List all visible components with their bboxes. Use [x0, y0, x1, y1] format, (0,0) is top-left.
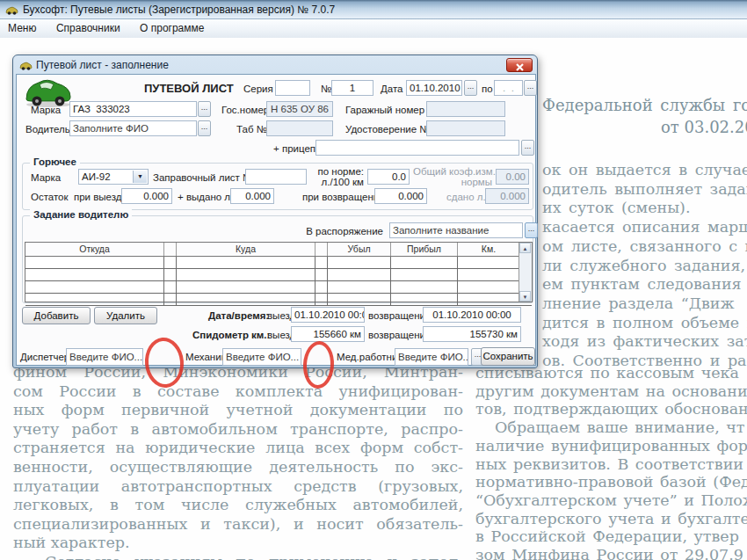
table-row[interactable]: [25, 281, 532, 294]
datetime-label: Дата/время:: [208, 310, 269, 321]
menu-item-o-programme[interactable]: О программе: [132, 19, 212, 37]
vydano-label: + выдано л.: [178, 192, 233, 202]
document-text-line: тов, подтверждающих обоснован: [475, 400, 747, 418]
date-picker-button[interactable]: ...: [464, 80, 477, 96]
driver-task-group-label: Задание водителю: [30, 209, 132, 220]
mechanic-input[interactable]: Введите ФИО...: [222, 348, 301, 366]
document-text-line: ем пунктам следования а: [542, 275, 747, 295]
menu-item-spravochniki[interactable]: Справочники: [48, 19, 128, 37]
rasp-label: В распоряжение: [302, 226, 383, 236]
column-header-kuda: Куда: [177, 243, 315, 256]
document-line-date: от 03.02.20: [661, 118, 747, 136]
table-row[interactable]: [25, 294, 532, 306]
rasp-input[interactable]: Заполните название: [389, 222, 523, 238]
speedometer-return-label: возвращение: [368, 330, 431, 340]
menu-item-menu[interactable]: Меню: [0, 19, 44, 37]
document-text-line: Обращаем ваше внимание, чт: [475, 418, 747, 437]
vydano-input[interactable]: 0.000: [230, 188, 274, 204]
document-right-column-fragments: ок он выдается в случаеодитель выполняет…: [542, 161, 747, 371]
pricep-label: + прицеп: [273, 143, 315, 154]
document-text-line: их суток (смены).: [542, 199, 747, 218]
document-text-line: ных форм первичной учетной документации …: [13, 401, 463, 420]
ostatok-input[interactable]: 0.000: [121, 188, 172, 204]
column-header-otkuda: Откуда: [25, 243, 164, 256]
vozvr-label: при возвращении: [302, 192, 385, 202]
datetime-out-input[interactable]: 01.10.2010 00:00: [291, 307, 365, 323]
norm-label-2: л./100 км: [311, 177, 364, 187]
po-date-picker-button[interactable]: ...: [524, 80, 537, 96]
dialog-client-area: ПУТЕВОЙ ЛИСТ Серия № 1 Дата 01.10.2010 .…: [16, 74, 536, 366]
marka-label: Марка: [31, 105, 61, 115]
udost-input[interactable]: [426, 120, 505, 136]
save-button[interactable]: Сохранить: [481, 347, 535, 366]
speedometer-out-input[interactable]: 155660 км: [291, 326, 365, 342]
dialog-car-icon: [19, 59, 33, 75]
po-label: по: [482, 84, 493, 94]
document-text-line: ных реквизитов. В соответствии: [475, 455, 747, 474]
mechanic-label: Механик: [185, 352, 226, 362]
document-text-line: ходя из фактических затр: [542, 332, 747, 352]
document-text-line: “Обухгалтерском учете” и Полож: [475, 491, 747, 510]
driver-input[interactable]: Заполните ФИО: [69, 120, 197, 136]
gosnomer-input[interactable]: Н 635 ОУ 86: [266, 101, 333, 117]
med-worker-input[interactable]: Введите ФИО...: [395, 348, 468, 366]
menu-bar: Меню Справочники О программе: [0, 19, 747, 39]
table-scrollbar[interactable]: ▲ ▼: [519, 243, 532, 302]
table-row[interactable]: [25, 269, 532, 281]
vozvr-input[interactable]: 0.000: [374, 188, 427, 204]
seriya-input[interactable]: [275, 80, 310, 96]
po-date-input[interactable]: . .: [494, 80, 523, 96]
document-text-line: ный характер.: [13, 534, 463, 553]
document-text-line: ом листе, связанного с вы: [542, 237, 747, 257]
column-header-sep: [315, 243, 328, 256]
app-car-icon: [5, 4, 18, 19]
speedometer-label: Спидометр км.:: [192, 330, 270, 340]
app-titlebar: Бухсофт: Путевые листы (Зарегистрированн…: [0, 0, 747, 19]
document-text-line: ли служебного задания, т: [542, 257, 747, 276]
datetime-back-input[interactable]: 01.10.2010 00:00: [423, 307, 521, 323]
column-header-pribyl: Прибыл: [391, 243, 458, 256]
tab-label: Таб №: [236, 124, 267, 135]
fuel-group: Горючее Марка АИ-92▼ Заправочный лист № …: [22, 163, 533, 210]
fuel-type-select[interactable]: АИ-92▼: [78, 169, 149, 185]
num-label: №: [321, 84, 331, 94]
pricep-input[interactable]: [315, 140, 519, 156]
delete-button[interactable]: Удалить: [94, 307, 157, 324]
document-text-line: зом Минфина России от 29.07.9: [475, 546, 747, 560]
date-input[interactable]: 01.10.2010: [406, 80, 462, 96]
scroll-up-icon[interactable]: ▲: [519, 243, 531, 253]
document-text-line: лнение раздела “Движ: [542, 295, 747, 314]
marka-lookup-button[interactable]: ...: [198, 101, 211, 117]
dispatcher-input[interactable]: Введите ФИО...: [66, 348, 143, 366]
koef-input: 0.00: [496, 169, 529, 185]
document-text-line: одитель выполняет задан: [542, 180, 747, 200]
marka-input[interactable]: ГАЗ 333023: [69, 101, 197, 117]
zapr-input[interactable]: [245, 169, 307, 185]
document-text-line: плуатации автотранспортных средств (груз…: [13, 477, 463, 497]
document-text-line: ок он выдается в случае: [542, 161, 747, 180]
num-input[interactable]: 1: [331, 80, 374, 96]
tab-input[interactable]: [266, 120, 333, 136]
add-button[interactable]: Добавить: [22, 307, 91, 324]
document-text-line: дится в полном объеме и: [542, 314, 747, 333]
date-label: Дата: [381, 84, 403, 94]
document-text-line: в Российской Федерации, утвер: [475, 527, 747, 546]
close-button[interactable]: [506, 58, 533, 72]
fuel-group-label: Горючее: [30, 156, 80, 167]
rasp-lookup-button[interactable]: ...: [525, 222, 538, 238]
pricep-lookup-button[interactable]: ...: [521, 140, 534, 156]
garage-input[interactable]: [426, 101, 505, 117]
document-text-line: легковых, в том числе служебных автомоби…: [13, 496, 463, 515]
norm-label-1: по норме:: [311, 166, 364, 177]
scroll-down-icon[interactable]: ▼: [519, 291, 531, 302]
norm-input[interactable]: 0.0: [367, 169, 410, 185]
table-row[interactable]: [25, 257, 532, 269]
document-text-line: другим документам на основани: [475, 382, 747, 401]
fuel-marka-label: Марка: [31, 172, 61, 183]
chevron-down-icon[interactable]: ▼: [133, 171, 147, 183]
document-text-line: учету работ в автомобильном транспорте, …: [13, 420, 463, 440]
driver-lookup-button[interactable]: ...: [198, 120, 211, 136]
datetime-return-label: возвращение: [368, 310, 431, 321]
speedometer-back-input[interactable]: 155730 км: [423, 326, 521, 342]
document-text-line: страняется на юридические лица всех форм…: [13, 439, 463, 458]
